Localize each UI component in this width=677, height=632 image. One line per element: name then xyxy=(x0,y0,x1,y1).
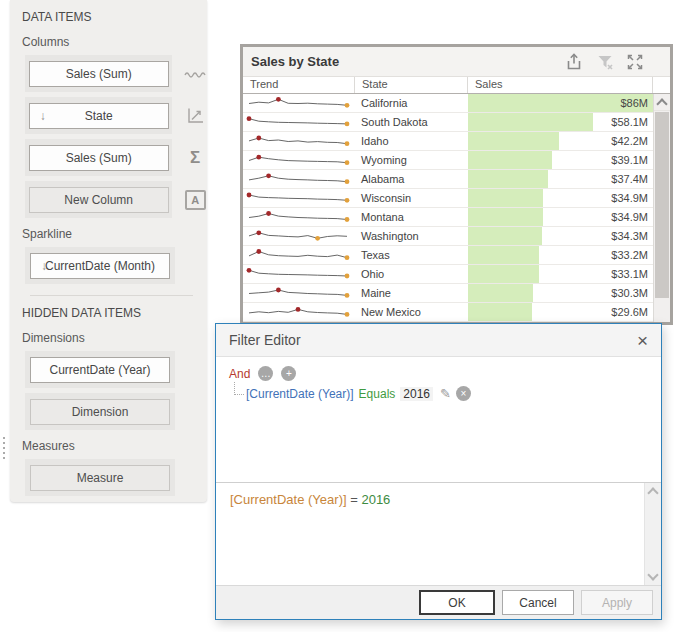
section-label-dimensions: Dimensions xyxy=(22,331,207,345)
sparkline-column-icon xyxy=(183,68,207,80)
data-item-button-dimension[interactable]: Dimension xyxy=(30,399,170,425)
sales-bar xyxy=(468,113,593,131)
close-icon[interactable]: × xyxy=(637,331,648,350)
state-cell: Alabama xyxy=(355,170,468,188)
trend-sparkline xyxy=(243,284,355,302)
clear-filter-icon[interactable] xyxy=(595,52,615,72)
column-header-state[interactable]: State xyxy=(355,77,468,93)
conditions-area: And … + [CurrentDate (Year)] Equals 2016… xyxy=(216,357,661,482)
grid-scrollbar[interactable] xyxy=(653,94,670,322)
table-row-ohio[interactable]: Ohio$33.1M xyxy=(243,265,653,284)
remove-condition-icon[interactable]: × xyxy=(456,386,471,401)
min-point-dot xyxy=(345,293,350,298)
trend-sparkline xyxy=(243,246,355,264)
state-cell: South Dakota xyxy=(355,113,468,131)
expression-scrollbar[interactable] xyxy=(644,483,661,585)
sales-cell: $34.9M xyxy=(468,208,653,226)
min-point-dot xyxy=(345,217,350,222)
table-row-maine[interactable]: Maine$30.3M xyxy=(243,284,653,303)
section-label-measures: Measures xyxy=(22,439,207,453)
data-item-button-new-column[interactable]: New Column xyxy=(29,187,169,213)
table-row-idaho[interactable]: Idaho$42.2M xyxy=(243,132,653,151)
dialog-footer: OK Cancel Apply xyxy=(216,585,661,619)
condition-value[interactable]: 2016 xyxy=(400,387,433,401)
max-point-dot xyxy=(247,268,252,273)
scroll-down-icon[interactable] xyxy=(647,569,658,580)
sales-value: $34.3M xyxy=(611,227,648,245)
scroll-up-icon[interactable] xyxy=(647,487,658,498)
sales-value: $33.2M xyxy=(611,246,648,264)
expression-equals: = xyxy=(350,492,358,507)
sales-value: $34.9M xyxy=(611,189,648,207)
max-point-dot xyxy=(276,97,281,102)
sales-value: $39.1M xyxy=(611,151,648,169)
sort-descending-icon: ↓ xyxy=(41,259,47,273)
data-item-button-currentdate-month[interactable]: ↓CurrentDate (Month) xyxy=(30,253,170,279)
min-point-dot xyxy=(345,198,350,203)
column-header-sales[interactable]: Sales xyxy=(468,77,653,93)
table-row-alabama[interactable]: Alabama$37.4M xyxy=(243,170,653,189)
group-options-button[interactable]: … xyxy=(258,366,273,381)
table-row-new-mexico[interactable]: New Mexico$29.6M xyxy=(243,303,653,322)
sales-bar xyxy=(468,227,542,245)
group-operator[interactable]: And xyxy=(229,367,250,381)
sales-bar xyxy=(468,189,543,207)
data-item-currentdate-month: ↓CurrentDate (Month) xyxy=(25,247,207,284)
sales-bar xyxy=(468,303,532,321)
table-row-montana[interactable]: Montana$34.9M xyxy=(243,208,653,227)
sales-bar xyxy=(468,132,559,150)
cancel-button[interactable]: Cancel xyxy=(502,590,574,615)
data-item-button-measure[interactable]: Measure xyxy=(30,465,170,491)
data-item-slot: ↓State xyxy=(25,97,172,134)
panel-drag-handle[interactable] xyxy=(3,437,5,459)
data-item-button-currentdate-year[interactable]: CurrentDate (Year) xyxy=(30,357,170,383)
table-row-wyoming[interactable]: Wyoming$39.1M xyxy=(243,151,653,170)
sales-value: $33.1M xyxy=(611,265,648,283)
data-items-panel: DATA ITEMS ColumnsSales (Sum)↓StateSales… xyxy=(10,0,207,502)
data-item-dimension: Dimension xyxy=(25,393,207,430)
max-point-dot xyxy=(276,288,281,293)
condition-field[interactable]: [CurrentDate (Year)] xyxy=(246,387,354,401)
grid-scrollbar-thumb[interactable] xyxy=(655,112,669,298)
state-cell: New Mexico xyxy=(355,303,468,321)
data-item-sales-sum: Sales (Sum)Σ xyxy=(25,139,207,176)
sales-value: $86M xyxy=(620,94,648,112)
state-cell: Wyoming xyxy=(355,151,468,169)
table-row-south-dakota[interactable]: South Dakota$58.1M xyxy=(243,113,653,132)
table-row-texas[interactable]: Texas$33.2M xyxy=(243,246,653,265)
sales-cell: $33.1M xyxy=(468,265,653,283)
data-item-state: ↓State xyxy=(25,97,207,134)
sales-by-state-grid: Sales by State xyxy=(240,44,673,325)
table-row-california[interactable]: California$86M xyxy=(243,94,653,113)
data-item-button-state[interactable]: ↓State xyxy=(29,103,169,129)
maximize-icon[interactable] xyxy=(626,53,644,71)
grid-title: Sales by State xyxy=(251,54,564,69)
data-item-button-sales-sum[interactable]: Sales (Sum) xyxy=(29,145,169,171)
data-item-button-sales-sum[interactable]: Sales (Sum) xyxy=(29,61,169,87)
ok-button[interactable]: OK xyxy=(419,590,495,615)
sales-cell: $30.3M xyxy=(468,284,653,302)
chart-axes-icon xyxy=(183,107,207,125)
data-item-slot: ↓CurrentDate (Month) xyxy=(25,247,175,284)
state-cell: Montana xyxy=(355,208,468,226)
apply-button: Apply xyxy=(581,590,653,615)
sort-descending-icon: ↓ xyxy=(40,109,46,123)
table-row-wisconsin[interactable]: Wisconsin$34.9M xyxy=(243,189,653,208)
sales-value: $30.3M xyxy=(611,284,648,302)
min-point-dot xyxy=(345,312,350,317)
table-row-washington[interactable]: Washington$34.3M xyxy=(243,227,653,246)
tree-connector xyxy=(234,382,244,395)
column-header-trend[interactable]: Trend xyxy=(243,77,355,93)
add-condition-button[interactable]: + xyxy=(281,366,296,381)
expression-preview-panel: [CurrentDate (Year)] = 2016 xyxy=(216,482,661,585)
scroll-up-icon[interactable] xyxy=(654,94,670,111)
state-cell: Washington xyxy=(355,227,468,245)
export-icon[interactable] xyxy=(564,52,584,72)
data-item-measure: Measure xyxy=(25,459,207,496)
data-item-new-column: New ColumnA xyxy=(25,181,207,218)
condition-operator[interactable]: Equals xyxy=(359,387,396,401)
sales-cell: $34.3M xyxy=(468,227,653,245)
data-item-slot: New Column xyxy=(25,181,172,218)
edit-value-icon[interactable]: ✎ xyxy=(440,386,451,401)
max-point-dot xyxy=(256,136,261,141)
